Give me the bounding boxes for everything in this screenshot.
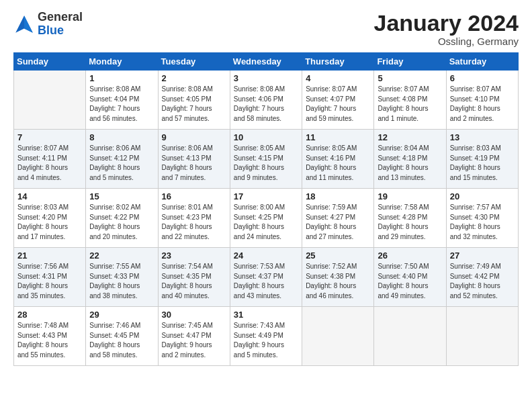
day-info: Sunrise: 7:50 AMSunset: 4:40 PMDaylight:… [378,262,442,301]
day-info: Sunrise: 8:05 AMSunset: 4:15 PMDaylight:… [234,144,298,183]
logo-icon [13,13,35,35]
calendar-cell: 9Sunrise: 8:06 AMSunset: 4:13 PMDaylight… [158,130,230,189]
weekday-header-friday: Friday [374,53,446,71]
title-block: January 2024 Ossling, Germany [374,11,519,47]
calendar-cell: 15Sunrise: 8:02 AMSunset: 4:22 PMDayligh… [86,189,158,248]
calendar-cell: 23Sunrise: 7:54 AMSunset: 4:35 PMDayligh… [158,248,230,307]
day-info: Sunrise: 8:08 AMSunset: 4:05 PMDaylight:… [162,85,226,124]
day-number: 16 [162,191,226,201]
week-row-5: 28Sunrise: 7:48 AMSunset: 4:43 PMDayligh… [14,307,519,366]
calendar-subtitle: Ossling, Germany [374,36,519,47]
day-number: 11 [306,132,370,142]
day-number: 31 [234,310,298,320]
day-number: 30 [162,310,226,320]
calendar-cell: 13Sunrise: 8:03 AMSunset: 4:19 PMDayligh… [446,130,518,189]
day-info: Sunrise: 7:58 AMSunset: 4:28 PMDaylight:… [378,203,442,242]
calendar-cell: 28Sunrise: 7:48 AMSunset: 4:43 PMDayligh… [14,307,86,366]
week-row-3: 14Sunrise: 8:03 AMSunset: 4:20 PMDayligh… [14,189,519,248]
day-number: 5 [378,73,442,83]
day-number: 23 [162,250,226,261]
calendar-cell: 27Sunrise: 7:49 AMSunset: 4:42 PMDayligh… [446,248,518,307]
day-info: Sunrise: 7:45 AMSunset: 4:47 PMDaylight:… [162,321,226,360]
day-number: 15 [89,191,154,201]
calendar-page: General Blue January 2024 Ossling, Germa… [0,0,532,411]
day-info: Sunrise: 8:04 AMSunset: 4:18 PMDaylight:… [378,144,442,183]
calendar-cell: 14Sunrise: 8:03 AMSunset: 4:20 PMDayligh… [14,189,86,248]
calendar-title: January 2024 [374,11,519,36]
calendar-cell: 7Sunrise: 8:07 AMSunset: 4:11 PMDaylight… [14,130,86,189]
calendar-cell: 24Sunrise: 7:53 AMSunset: 4:37 PMDayligh… [230,248,302,307]
day-number: 22 [89,250,154,261]
calendar-cell: 19Sunrise: 7:58 AMSunset: 4:28 PMDayligh… [374,189,446,248]
calendar-cell [14,71,86,130]
day-info: Sunrise: 7:49 AMSunset: 4:42 PMDaylight:… [450,262,515,301]
calendar-cell: 22Sunrise: 7:55 AMSunset: 4:33 PMDayligh… [86,248,158,307]
header: General Blue January 2024 Ossling, Germa… [13,11,519,47]
day-number: 8 [89,132,154,142]
calendar-cell: 30Sunrise: 7:45 AMSunset: 4:47 PMDayligh… [158,307,230,366]
weekday-header-sunday: Sunday [14,53,86,71]
weekday-header-monday: Monday [86,53,158,71]
day-number: 7 [17,132,82,142]
calendar-cell: 29Sunrise: 7:46 AMSunset: 4:45 PMDayligh… [86,307,158,366]
weekday-header-thursday: Thursday [302,53,374,71]
day-number: 10 [234,132,298,142]
day-info: Sunrise: 7:48 AMSunset: 4:43 PMDaylight:… [17,321,82,360]
day-info: Sunrise: 8:02 AMSunset: 4:22 PMDaylight:… [89,203,154,242]
day-number: 1 [89,73,154,83]
day-number: 13 [450,132,515,142]
calendar-cell: 17Sunrise: 8:00 AMSunset: 4:25 PMDayligh… [230,189,302,248]
day-info: Sunrise: 8:06 AMSunset: 4:13 PMDaylight:… [162,144,226,183]
day-number: 19 [378,191,442,201]
weekday-header-saturday: Saturday [446,53,518,71]
day-info: Sunrise: 7:55 AMSunset: 4:33 PMDaylight:… [89,262,154,301]
day-info: Sunrise: 7:57 AMSunset: 4:30 PMDaylight:… [450,203,515,242]
weekday-header-tuesday: Tuesday [158,53,230,71]
day-info: Sunrise: 7:53 AMSunset: 4:37 PMDaylight:… [234,262,298,301]
day-number: 9 [162,132,226,142]
calendar-cell: 16Sunrise: 8:01 AMSunset: 4:23 PMDayligh… [158,189,230,248]
calendar-cell: 25Sunrise: 7:52 AMSunset: 4:38 PMDayligh… [302,248,374,307]
logo: General Blue [13,11,83,38]
day-number: 21 [17,250,82,261]
day-number: 17 [234,191,298,201]
day-info: Sunrise: 7:59 AMSunset: 4:27 PMDaylight:… [306,203,370,242]
weekday-header-wednesday: Wednesday [230,53,302,71]
day-info: Sunrise: 7:52 AMSunset: 4:38 PMDaylight:… [306,262,370,301]
calendar-cell: 18Sunrise: 7:59 AMSunset: 4:27 PMDayligh… [302,189,374,248]
calendar-cell: 1Sunrise: 8:08 AMSunset: 4:04 PMDaylight… [86,71,158,130]
day-info: Sunrise: 8:07 AMSunset: 4:11 PMDaylight:… [17,144,82,183]
day-number: 2 [162,73,226,83]
calendar-cell: 3Sunrise: 8:08 AMSunset: 4:06 PMDaylight… [230,71,302,130]
calendar-cell: 6Sunrise: 8:07 AMSunset: 4:10 PMDaylight… [446,71,518,130]
calendar-cell: 4Sunrise: 8:07 AMSunset: 4:07 PMDaylight… [302,71,374,130]
calendar-table: SundayMondayTuesdayWednesdayThursdayFrid… [13,52,519,366]
day-number: 25 [306,250,370,261]
day-number: 12 [378,132,442,142]
day-number: 18 [306,191,370,201]
calendar-cell: 31Sunrise: 7:43 AMSunset: 4:49 PMDayligh… [230,307,302,366]
calendar-cell: 2Sunrise: 8:08 AMSunset: 4:05 PMDaylight… [158,71,230,130]
day-info: Sunrise: 8:07 AMSunset: 4:08 PMDaylight:… [378,85,442,124]
logo-blue: Blue [38,24,64,37]
calendar-cell [302,307,374,366]
calendar-cell: 11Sunrise: 8:05 AMSunset: 4:16 PMDayligh… [302,130,374,189]
week-row-2: 7Sunrise: 8:07 AMSunset: 4:11 PMDaylight… [14,130,519,189]
day-info: Sunrise: 7:54 AMSunset: 4:35 PMDaylight:… [162,262,226,301]
day-number: 3 [234,73,298,83]
svg-marker-1 [24,15,33,33]
day-number: 24 [234,250,298,261]
logo-general: General [38,10,83,24]
calendar-cell: 10Sunrise: 8:05 AMSunset: 4:15 PMDayligh… [230,130,302,189]
day-info: Sunrise: 8:06 AMSunset: 4:12 PMDaylight:… [89,144,154,183]
day-info: Sunrise: 8:05 AMSunset: 4:16 PMDaylight:… [306,144,370,183]
day-info: Sunrise: 7:56 AMSunset: 4:31 PMDaylight:… [17,262,82,301]
calendar-cell: 5Sunrise: 8:07 AMSunset: 4:08 PMDaylight… [374,71,446,130]
day-info: Sunrise: 8:07 AMSunset: 4:07 PMDaylight:… [306,85,370,124]
day-number: 28 [17,310,82,320]
weekday-header-row: SundayMondayTuesdayWednesdayThursdayFrid… [14,53,519,71]
day-info: Sunrise: 8:01 AMSunset: 4:23 PMDaylight:… [162,203,226,242]
calendar-cell [374,307,446,366]
calendar-cell: 12Sunrise: 8:04 AMSunset: 4:18 PMDayligh… [374,130,446,189]
calendar-cell: 26Sunrise: 7:50 AMSunset: 4:40 PMDayligh… [374,248,446,307]
